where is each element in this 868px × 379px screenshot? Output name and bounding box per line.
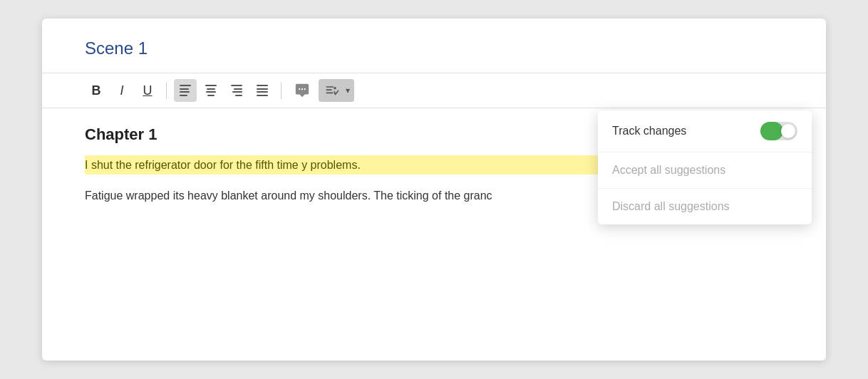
track-changes-menu-item[interactable]: Track changes [598,110,812,152]
align-justify-icon [257,85,268,96]
svg-point-1 [301,88,303,90]
svg-rect-3 [326,86,334,88]
discard-all-suggestions-item[interactable]: Discard all suggestions [598,189,812,224]
track-changes-toggle[interactable] [760,122,797,140]
toolbar-divider-2 [281,82,281,99]
accept-all-suggestions-item[interactable]: Accept all suggestions [598,152,812,189]
align-right-button[interactable] [225,79,248,102]
toggle-knob [781,124,795,138]
align-left-button[interactable] [174,79,197,102]
underline-button[interactable]: U [136,79,159,102]
track-changes-icon [324,83,339,98]
underline-icon: U [143,83,153,98]
svg-rect-4 [326,89,332,90]
bold-icon: B [92,83,101,98]
svg-point-0 [299,88,300,90]
accept-all-label: Accept all suggestions [612,164,725,177]
toolbar-divider-1 [166,82,167,99]
track-changes-menu-label: Track changes [612,125,686,137]
track-changes-dropdown-button[interactable]: ▾ [343,83,353,98]
italic-button[interactable]: I [110,79,133,102]
track-changes-main-button[interactable] [320,81,343,100]
svg-rect-5 [326,93,334,94]
comment-button[interactable] [289,79,316,102]
discard-all-label: Discard all suggestions [612,200,730,213]
toggle-green-part [760,122,783,140]
track-changes-dropdown-menu: Track changes Accept all suggestions Dis… [598,110,812,224]
align-right-icon [231,85,242,96]
bold-button[interactable]: B [85,79,108,102]
align-justify-button[interactable] [251,79,274,102]
align-center-button[interactable] [200,79,222,102]
toolbar: B I U [42,73,826,108]
editor-container: Scene 1 B I U [42,19,826,360]
scene-title-area: Scene 1 [42,19,826,73]
align-center-icon [205,85,217,96]
italic-icon: I [120,83,123,98]
comment-icon [294,83,310,98]
svg-point-2 [304,88,306,90]
track-changes-group[interactable]: ▾ [319,79,354,102]
dropdown-arrow-icon: ▾ [346,85,350,95]
align-left-icon [180,85,191,96]
scene-title: Scene 1 [85,38,783,58]
